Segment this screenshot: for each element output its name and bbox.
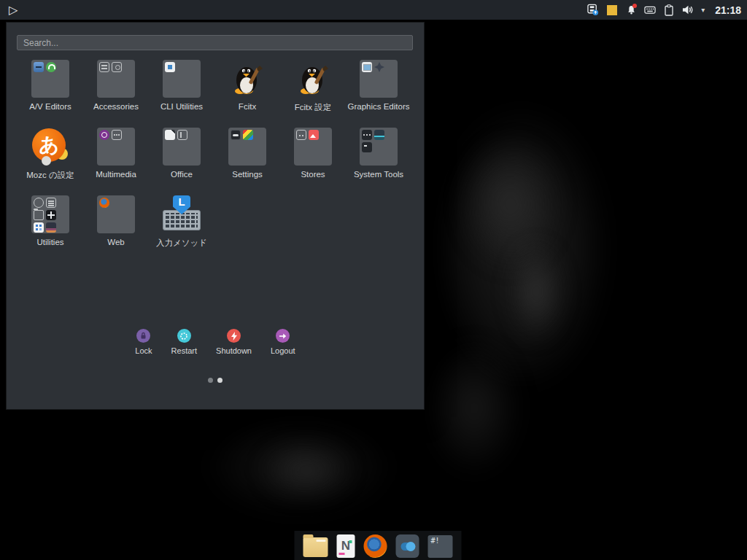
restart-icon: [177, 329, 191, 343]
app-label: Mozc の設定: [26, 170, 74, 181]
package-store-icon: [296, 130, 306, 140]
category-tile: [360, 60, 398, 98]
action-label: Lock: [135, 346, 152, 355]
app-label: Multimedia: [96, 170, 136, 179]
app-label: Graphics Editors: [347, 102, 409, 111]
action-label: Shutdown: [216, 346, 252, 355]
folder-icon: [303, 537, 328, 557]
app-item-office[interactable]: Office: [149, 128, 214, 181]
toggle-switch-icon: [396, 534, 419, 558]
session-actions: Lock Restart Shutdown: [7, 329, 424, 355]
notifications-bell-icon[interactable]: [625, 4, 637, 16]
app-label: Office: [171, 170, 193, 179]
category-tile: [97, 60, 135, 98]
app-item-multimedia[interactable]: Multimedia: [83, 128, 149, 181]
app-label: Accessories: [93, 102, 139, 111]
camera-icon: [112, 62, 122, 72]
app-item-accessories[interactable]: Accessories: [83, 60, 149, 113]
app-menu-button[interactable]: ▷: [6, 4, 20, 16]
input-method-indicator-icon[interactable]: [606, 4, 618, 16]
action-label: Restart: [171, 346, 197, 355]
archive-manager-icon: [99, 62, 109, 72]
software-update-icon[interactable]: [587, 4, 599, 16]
app-item-mozc-config[interactable]: あ Mozc の設定: [18, 128, 83, 181]
obs-studio-icon: [99, 130, 109, 140]
app-item-utilities[interactable]: Utilities: [18, 195, 83, 249]
app-label: Utilities: [36, 238, 63, 246]
headphones-icon: [46, 62, 56, 72]
action-label: Logout: [271, 346, 295, 355]
page-dot-1[interactable]: [208, 378, 213, 383]
app-item-av-editors[interactable]: A/V Editors: [18, 60, 83, 113]
app-label: Fcitx 設定: [295, 102, 331, 113]
wallpaper-shape: [241, 430, 372, 510]
category-tile: [31, 60, 69, 98]
category-tile: [360, 128, 398, 166]
gimp-mascot-icon: [374, 62, 384, 72]
page-dot-2[interactable]: [217, 378, 222, 383]
logout-button[interactable]: Logout: [271, 329, 295, 355]
volume-icon[interactable]: [682, 4, 694, 16]
app-item-stores[interactable]: Stores: [280, 128, 346, 181]
dock-settings-toggles[interactable]: [396, 534, 419, 558]
app-item-input-method[interactable]: L 入力メソッド: [149, 195, 214, 249]
display-settings-icon: [231, 130, 241, 140]
app-item-graphics-editors[interactable]: Graphics Editors: [346, 60, 411, 113]
tux-penguin-icon: [228, 60, 266, 98]
lock-button[interactable]: Lock: [135, 329, 152, 355]
media-keys-icon: [112, 130, 122, 140]
mozc-icon: あ: [31, 128, 69, 166]
app-label: Fcitx: [239, 102, 256, 111]
restart-button[interactable]: Restart: [171, 329, 197, 355]
app-item-web[interactable]: Web: [83, 195, 149, 249]
top-panel: ▷: [0, 0, 747, 20]
app-item-fcitx-config[interactable]: Fcitx 設定: [280, 60, 346, 113]
category-tile: [294, 128, 332, 166]
clipboard-icon[interactable]: [663, 4, 675, 16]
notification-badge: [632, 4, 637, 8]
desktop: ▷: [0, 0, 747, 560]
shutdown-icon: [227, 329, 241, 343]
category-tile: [163, 60, 201, 98]
keyboard-keys: [166, 213, 198, 228]
image-thumbnail-icon: [46, 222, 56, 233]
app-item-system-tools[interactable]: System Tools: [346, 128, 411, 181]
app-label: System Tools: [354, 170, 403, 179]
dock-notes-editor[interactable]: N: [337, 534, 355, 558]
photos-store-icon: [309, 130, 319, 140]
app-label: CLI Utilities: [160, 102, 203, 111]
n-document-icon: N: [337, 534, 355, 558]
move-arrows-icon: [46, 210, 56, 220]
category-tile: [163, 128, 201, 166]
app-label: Stores: [301, 170, 325, 179]
panel-clock[interactable]: 21:18: [715, 4, 741, 16]
category-tile: [97, 128, 135, 166]
wallpaper-shape: [496, 219, 576, 365]
dock-firefox[interactable]: [364, 534, 387, 558]
shebang-glyph: #!: [428, 535, 453, 545]
dock-terminal[interactable]: #!: [428, 535, 453, 558]
system-tray: ▾ 21:18: [587, 4, 741, 16]
app-label: A/V Editors: [29, 102, 71, 111]
search-input[interactable]: [17, 35, 413, 50]
ebook-reader-icon: [177, 130, 187, 140]
file-folder-icon: [34, 210, 44, 220]
app-grid: A/V Editors Accessories CLI Utilities: [18, 60, 424, 249]
chevron-down-icon[interactable]: ▾: [701, 6, 705, 14]
color-grid-icon: [34, 222, 44, 233]
yellow-input-square: [607, 5, 617, 15]
image-viewer-icon: [362, 62, 372, 72]
app-item-fcitx[interactable]: Fcitx: [214, 60, 280, 113]
app-item-cli-utilities[interactable]: CLI Utilities: [149, 60, 214, 113]
app-label: Settings: [232, 170, 263, 179]
category-tile: [31, 195, 69, 233]
terminal-window-icon: #!: [428, 535, 453, 558]
dock-file-manager[interactable]: [303, 537, 328, 558]
app-label: Web: [107, 238, 124, 246]
mozc-white-ball: [42, 156, 51, 166]
fcitx-keyboard-icon[interactable]: [644, 4, 656, 16]
shutdown-button[interactable]: Shutdown: [216, 329, 252, 355]
keyboard-layout-icon: L: [163, 195, 201, 233]
page-indicator: [7, 378, 424, 383]
app-item-settings[interactable]: Settings: [214, 128, 280, 181]
